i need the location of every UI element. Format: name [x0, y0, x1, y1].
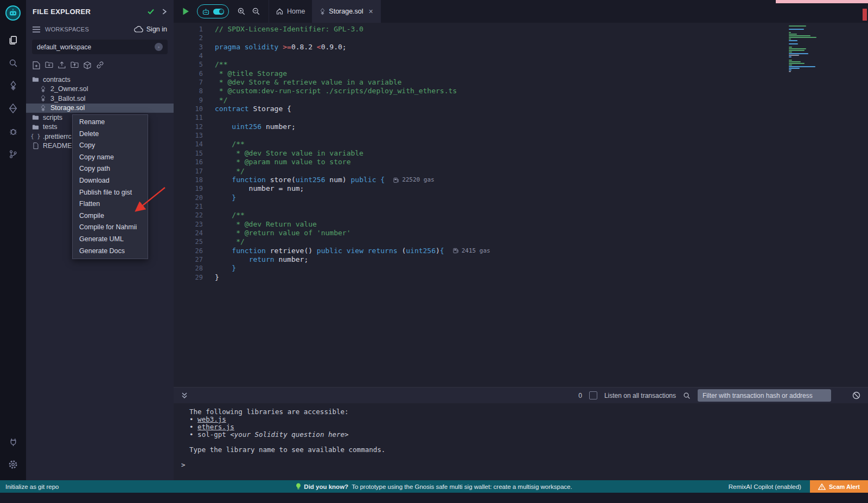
hamburger-menu-icon[interactable] [33, 27, 40, 33]
scam-alert-badge[interactable]: Scam Alert [810, 480, 868, 493]
line-number: 10 [174, 105, 215, 113]
terminal-output[interactable]: The following libraries are accessible: … [174, 403, 868, 480]
code-line-14: 14 /** [174, 140, 868, 149]
publish-ipfs-cube-icon[interactable] [84, 61, 91, 69]
code-lines: 1// SPDX-License-Identifier: GPL-3.023pr… [174, 23, 868, 282]
file-tree-item-2-owner-sol[interactable]: 2_Owner.sol [26, 85, 174, 94]
line-number: 29 [174, 273, 215, 282]
transaction-filter-input[interactable] [698, 389, 831, 402]
folder-icon [31, 114, 40, 120]
minimap[interactable] [789, 25, 820, 72]
code-text: * @dev Store & retrieve value in a varia… [215, 78, 401, 87]
code-line-24: 24 * @return value of 'number' [174, 229, 868, 237]
robot-icon [202, 8, 210, 15]
line-number: 16 [174, 158, 215, 166]
code-line-20: 20 } [174, 194, 868, 202]
line-number: 22 [174, 211, 215, 220]
context-menu-item-copy[interactable]: Copy [73, 140, 148, 152]
create-file-icon[interactable] [33, 61, 40, 69]
line-number: 11 [174, 113, 215, 122]
import-link-icon[interactable] [96, 61, 104, 69]
tab-home[interactable]: Home [269, 0, 312, 23]
code-text: function retrieve() public view returns … [215, 247, 444, 255]
code-line-17: 17 */ [174, 167, 868, 176]
line-number: 27 [174, 255, 215, 264]
context-menu-item-delete[interactable]: Delete [73, 128, 148, 140]
close-tab-icon[interactable]: × [369, 8, 373, 15]
code-line-27: 27 return number; [174, 255, 868, 264]
file-explorer-icon[interactable] [0, 29, 26, 51]
braces-icon: { } [31, 133, 40, 139]
code-text: /** [215, 211, 245, 220]
line-number: 4 [174, 51, 215, 60]
context-menu-item-publish-file-to-gist[interactable]: Publish file to gist [73, 187, 148, 199]
context-menu-item-generate-docs[interactable]: Generate Docs [73, 246, 148, 257]
terminal-toolbar: 0 Listen on all transactions [174, 387, 868, 403]
file-tree-item-storage-sol[interactable]: Storage.sol [26, 104, 174, 113]
terminal-text: • [181, 423, 197, 431]
terminal-line: Type the library name to see available c… [181, 446, 868, 454]
git-icon[interactable] [0, 143, 26, 165]
clear-console-icon[interactable] [852, 391, 860, 399]
code-editor[interactable]: 1// SPDX-License-Identifier: GPL-3.023pr… [174, 23, 868, 387]
code-line-16: 16 * @param num value to store [174, 158, 868, 166]
settings-gear-icon[interactable] [0, 453, 26, 476]
code-line-11: 11 [174, 113, 868, 122]
sign-in-button[interactable]: Sign in [134, 25, 167, 33]
run-script-button[interactable] [182, 7, 190, 16]
context-menu-item-flatten[interactable]: Flatten [73, 198, 148, 210]
remix-logo[interactable] [5, 5, 21, 21]
collapse-chevron-icon[interactable] [161, 9, 167, 15]
terminal-text: > [181, 461, 186, 469]
context-menu-item-download[interactable]: Download [73, 175, 148, 187]
search-icon[interactable] [0, 51, 26, 74]
create-folder-icon[interactable] [45, 61, 53, 69]
code-text: */ [215, 237, 245, 246]
terminal-line: • sol-gpt <your Solidity question here> [181, 431, 868, 438]
terminal-link[interactable]: ethers.js [197, 423, 234, 431]
code-line-18: 18 function store(uint256 num) public {2… [174, 176, 868, 184]
context-menu-item-copy-name[interactable]: Copy name [73, 152, 148, 164]
line-number: 7 [174, 78, 215, 87]
copilot-status[interactable]: RemixAI Copilot (enabled) [729, 483, 801, 490]
file-icon [31, 143, 40, 149]
listen-transactions-label[interactable]: Listen on all transactions [604, 392, 676, 399]
plugin-manager-icon[interactable] [0, 430, 26, 453]
upload-folder-icon[interactable] [71, 61, 79, 69]
file-tree-item-3-ballot-sol[interactable]: 3_Ballot.sol [26, 94, 174, 104]
tab-storage-sol[interactable]: Storage.sol × [312, 0, 380, 23]
terminal-link[interactable]: web3.js [197, 415, 226, 423]
expand-terminal-icon[interactable] [181, 392, 188, 399]
solidity-compiler-icon[interactable] [0, 74, 26, 97]
deploy-run-icon[interactable] [0, 97, 26, 120]
context-menu-item-rename[interactable]: Rename [73, 117, 148, 128]
remix-ai-copilot-toggle[interactable] [197, 4, 229, 18]
code-text: * @param num value to store [215, 158, 350, 166]
init-git-repo-button[interactable]: Initialize as git repo [0, 483, 64, 490]
listen-transactions-checkbox[interactable] [589, 391, 597, 399]
line-number: 25 [174, 237, 215, 246]
code-line-25: 25 */ [174, 237, 868, 246]
context-menu-item-compile-for-nahmii[interactable]: Compile for Nahmii [73, 222, 148, 234]
code-text: } [215, 264, 236, 273]
panel-title: FILE EXPLORER [33, 8, 141, 16]
zoom-out-icon[interactable] [252, 7, 260, 16]
line-number: 5 [174, 60, 215, 69]
zoom-in-icon[interactable] [237, 7, 246, 16]
terminal-text: • [181, 415, 197, 423]
context-menu-item-copy-path[interactable]: Copy path [73, 163, 148, 175]
accept-check-icon[interactable] [147, 8, 155, 15]
workspace-select[interactable]: default_workspace ◦ [32, 40, 168, 54]
workspace-options-icon[interactable]: ◦ [155, 43, 163, 51]
context-menu-item-generate-uml[interactable]: Generate UML [73, 234, 148, 246]
code-text: */ [215, 96, 227, 105]
terminal-search-icon[interactable] [683, 392, 691, 399]
line-number: 1 [174, 25, 215, 34]
upload-files-icon[interactable] [58, 61, 66, 69]
toggle-switch[interactable] [213, 9, 224, 15]
file-tree-item-contracts[interactable]: contracts [26, 75, 174, 85]
code-line-13: 13 [174, 131, 868, 140]
context-menu-item-compile[interactable]: Compile [73, 210, 148, 222]
debugger-icon[interactable] [0, 120, 26, 143]
code-line-1: 1// SPDX-License-Identifier: GPL-3.0 [174, 25, 868, 34]
